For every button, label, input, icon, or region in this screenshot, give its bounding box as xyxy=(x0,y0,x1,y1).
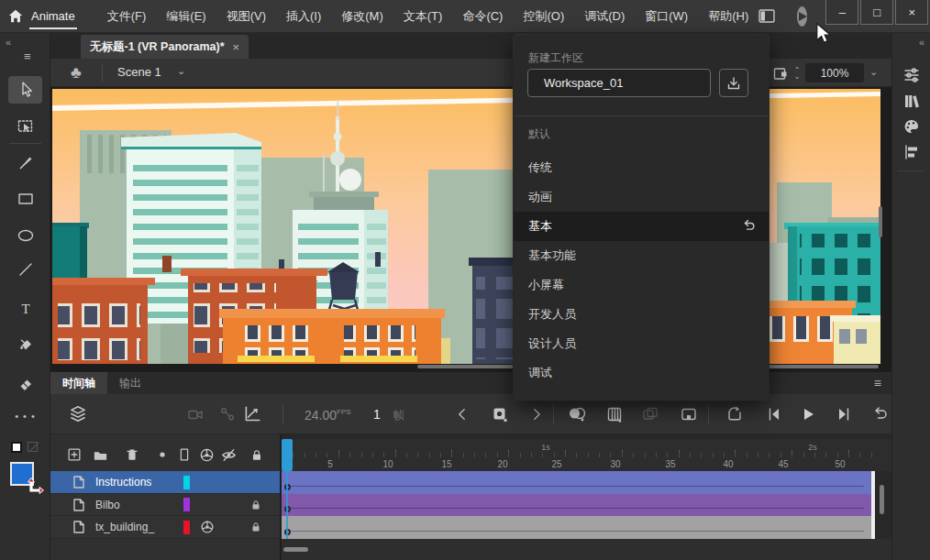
brush-tool[interactable] xyxy=(8,148,42,176)
scene-name[interactable]: Scene 1 xyxy=(117,65,161,79)
zoom-chevron-down-icon[interactable]: ⌄ xyxy=(869,66,878,78)
tab-output[interactable]: 输出 xyxy=(107,372,153,394)
stroke-color-swatch[interactable] xyxy=(11,442,22,453)
menu-item-insert[interactable]: 插入(I) xyxy=(276,0,331,33)
library-panel-icon[interactable] xyxy=(901,90,923,112)
workspace-item-classic[interactable]: 传统 xyxy=(514,153,769,182)
timeline-ruler[interactable]: 1s 2s 5 10 15 20 25 30 35 40 45 50 xyxy=(282,439,893,471)
camera-icon[interactable] xyxy=(184,403,206,425)
paint-bucket-tool[interactable] xyxy=(8,332,42,359)
step-back-icon[interactable] xyxy=(762,403,784,425)
swap-colors-icon[interactable] xyxy=(25,477,45,497)
maximize-button[interactable]: □ xyxy=(860,0,893,25)
layer-attach-camera-icon[interactable] xyxy=(199,519,216,535)
layer-color-swatch[interactable] xyxy=(183,476,190,489)
menu-item-view[interactable]: 视图(V) xyxy=(216,0,276,33)
playhead[interactable] xyxy=(282,439,293,471)
layer-lock-icon[interactable] xyxy=(249,498,262,512)
menu-item-text[interactable]: 文本(T) xyxy=(393,0,453,33)
menu-item-modify[interactable]: 修改(M) xyxy=(331,0,393,33)
insert-keyframe-icon[interactable] xyxy=(489,403,511,425)
delete-layer-icon[interactable] xyxy=(123,445,141,464)
test-movie-play-button[interactable] xyxy=(797,6,807,27)
step-forward-icon[interactable] xyxy=(834,403,856,425)
workspace-item-developer[interactable]: 开发人员 xyxy=(514,300,769,329)
next-frame-icon[interactable] xyxy=(526,403,548,425)
rectangle-tool[interactable] xyxy=(8,185,42,213)
minimize-button[interactable]: – xyxy=(825,0,858,25)
onion-skin-outline-icon[interactable] xyxy=(603,403,626,425)
new-folder-icon[interactable] xyxy=(91,445,109,464)
attach-camera-all-icon[interactable] xyxy=(197,445,216,464)
no-color-icon[interactable] xyxy=(28,442,38,452)
tab-timeline[interactable]: 时间轴 xyxy=(50,372,107,394)
workspace-item-small-screen[interactable]: 小屏幕 xyxy=(514,270,769,300)
clip-outside-stage-icon[interactable] xyxy=(770,63,791,83)
layer-color-swatch[interactable] xyxy=(183,521,190,534)
color-panel-icon[interactable] xyxy=(901,115,923,137)
motion-graph-icon[interactable] xyxy=(241,403,263,425)
app-name-tab[interactable]: Animate xyxy=(31,0,75,33)
menu-item-window[interactable]: 窗口(W) xyxy=(635,0,698,33)
menu-item-debug[interactable]: 调试(D) xyxy=(574,0,635,33)
hide-all-layers-icon[interactable] xyxy=(219,445,238,464)
tools-menu-icon[interactable]: ≡ xyxy=(24,49,31,63)
scene-chevron-down-icon[interactable]: ⌄ xyxy=(177,65,185,77)
menu-item-help[interactable]: 帮助(H) xyxy=(698,0,758,33)
frame-span-instructions[interactable] xyxy=(282,471,871,494)
stepper-down-icon[interactable]: ⌄ xyxy=(794,73,801,80)
canvas-vertical-scrollbar[interactable] xyxy=(879,206,882,237)
outline-view-icon[interactable] xyxy=(175,445,194,464)
previous-frame-icon[interactable] xyxy=(451,403,473,425)
edit-multiple-frames-icon[interactable] xyxy=(639,403,661,425)
frame-span-bilbo[interactable] xyxy=(282,494,871,516)
center-frame-icon[interactable] xyxy=(678,403,700,425)
expand-panels-icon[interactable]: « xyxy=(919,37,924,48)
workspace-item-debug[interactable]: 调试 xyxy=(514,358,769,388)
workspace-item-basic[interactable]: 基本 xyxy=(514,212,769,241)
oval-tool[interactable] xyxy=(8,222,42,249)
align-panel-icon[interactable] xyxy=(901,141,923,163)
timeline-panel-menu-icon[interactable]: ≡ xyxy=(874,376,881,390)
layer-row-tx-building[interactable]: tx_building_ xyxy=(50,516,280,539)
layer-color-swatch[interactable] xyxy=(183,498,190,511)
frame-rate[interactable]: 24.00FPS xyxy=(304,408,351,423)
document-tab[interactable]: 无标题-1 (VR Panorama)* × xyxy=(81,35,249,59)
frame-span-tx-building[interactable] xyxy=(282,516,871,539)
play-icon-timeline[interactable] xyxy=(797,403,819,425)
reset-workspace-icon[interactable] xyxy=(740,219,756,233)
text-tool[interactable]: T xyxy=(8,295,42,323)
timeline-horizontal-scrollbar[interactable] xyxy=(283,547,308,552)
onion-skin-icon[interactable] xyxy=(566,403,588,425)
zoom-level-input[interactable]: 100% xyxy=(805,63,864,82)
lock-all-layers-icon[interactable] xyxy=(248,445,266,464)
home-icon[interactable] xyxy=(7,0,24,33)
zoom-stepper[interactable]: ⌃ ⌄ xyxy=(790,60,804,86)
save-workspace-button[interactable] xyxy=(719,69,748,97)
layer-row-bilbo[interactable]: Bilbo xyxy=(50,494,280,516)
loop-icon[interactable] xyxy=(724,403,746,425)
menu-item-file[interactable]: 文件(F) xyxy=(97,0,157,33)
new-layer-icon[interactable] xyxy=(65,445,83,464)
layer-lock-icon[interactable] xyxy=(249,520,262,534)
timeline-vertical-scrollbar[interactable] xyxy=(880,485,884,514)
menu-item-edit[interactable]: 编辑(E) xyxy=(156,0,216,33)
collapse-tools-icon[interactable]: « xyxy=(6,37,10,48)
workspace-switcher-icon[interactable] xyxy=(758,5,775,28)
timeline-frame-area[interactable]: 1s 2s 5 10 15 20 25 30 35 40 45 50 xyxy=(280,434,891,560)
workspace-item-designer[interactable]: 设计人员 xyxy=(514,329,769,358)
more-tools-button[interactable]: • • • xyxy=(0,411,50,422)
current-frame[interactable]: 1 xyxy=(373,407,381,422)
layers-view-icon[interactable] xyxy=(67,403,89,425)
highlight-layer-icon[interactable] xyxy=(153,445,172,464)
menu-item-command[interactable]: 命令(C) xyxy=(452,0,513,33)
reset-playhead-icon[interactable] xyxy=(869,403,891,425)
layer-row-instructions[interactable]: Instructions xyxy=(50,471,280,494)
workspace-item-animation[interactable]: 动画 xyxy=(514,182,769,212)
menu-item-control[interactable]: 控制(O) xyxy=(513,0,574,33)
tab-close-icon[interactable]: × xyxy=(233,40,240,54)
subselection-tool[interactable] xyxy=(8,114,42,141)
scene-icon[interactable]: ♣ xyxy=(63,61,89,84)
line-tool[interactable] xyxy=(8,256,42,283)
workspace-item-essentials[interactable]: 基本功能 xyxy=(514,241,769,270)
